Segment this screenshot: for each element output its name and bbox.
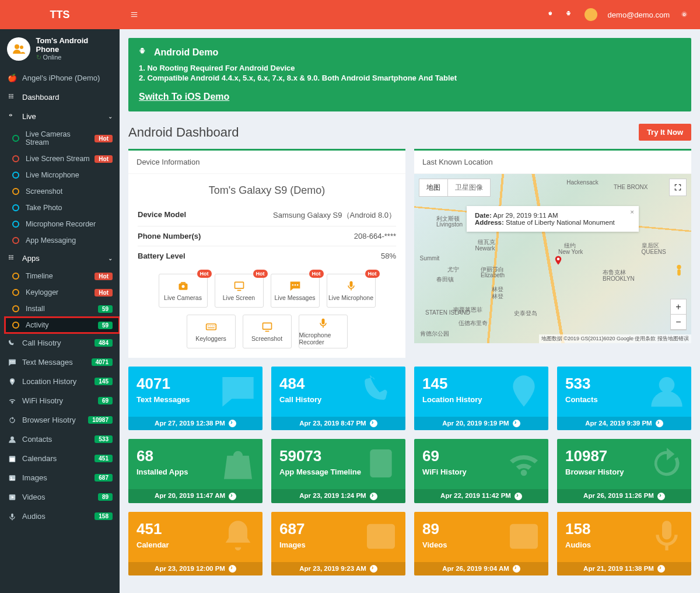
stat-footer[interactable]: Apr 20, 2019 9:19 PM — [414, 417, 548, 430]
map-label: 利文斯顿 — [436, 215, 460, 223]
sidebar-item[interactable]: Microphone Recorder — [5, 216, 120, 232]
stat-footer[interactable]: Apr 20, 2019 11:47 AM — [128, 489, 262, 503]
live-button-live cameras[interactable]: HotLive Cameras — [159, 274, 208, 308]
sidebar-item-wifi hisotry[interactable]: WiFi Hisotry69 — [0, 391, 120, 410]
sidebar-item-location history[interactable]: Location History145 — [0, 372, 120, 391]
badge: Hot — [94, 289, 113, 296]
stat-card-installed apps[interactable]: 68Installed AppsApr 20, 2019 11:47 AM — [128, 439, 262, 503]
stat-card-calendar[interactable]: 451CalendarApr 23, 2019 12:00 PM — [128, 512, 262, 575]
sidebar-item-videos[interactable]: Videos89 — [0, 487, 120, 507]
sidebar-dashboard[interactable]: Dashboard — [0, 88, 120, 107]
sidebar-demo-device[interactable]: 🍎Angel's iPhone (Demo) — [0, 68, 120, 88]
stat-footer[interactable]: Apr 26, 2019 11:26 PM — [557, 489, 691, 503]
stat-card-call history[interactable]: 484Call HistoryApr 23, 2019 8:47 PM — [271, 367, 405, 430]
sidebar-item[interactable]: KeyloggerHot — [5, 284, 120, 301]
sidebar-item-audios[interactable]: Audios158 — [0, 507, 120, 526]
pin-icon — [505, 372, 542, 410]
sidebar-item[interactable]: Live Cameras StreamHot — [5, 126, 120, 151]
stat-card-app message timeline[interactable]: 59073App Message TimelineApr 23, 2019 1:… — [271, 439, 405, 503]
sidebar-toggle[interactable] — [120, 11, 149, 19]
device-row: Battery Level58% — [138, 246, 396, 266]
sidebar-item[interactable]: Install59 — [5, 301, 120, 317]
android-icon[interactable] — [566, 11, 574, 19]
sidebar-item[interactable]: App Messaging — [5, 232, 120, 249]
sidebar-item[interactable]: TimelineHot — [5, 268, 120, 284]
stat-footer[interactable]: Apr 23, 2019 8:47 PM — [271, 417, 405, 430]
stat-card-browser history[interactable]: 10987Browser HistoryApr 26, 2019 11:26 P… — [557, 439, 691, 503]
eye-icon — [7, 113, 18, 120]
switch-demo-link[interactable]: Switch To iOS Demo — [139, 92, 229, 102]
pegman-icon[interactable] — [673, 261, 685, 279]
sidebar-item-contacts[interactable]: Contacts533 — [0, 430, 120, 449]
sidebar-item[interactable]: Live Microphone — [5, 167, 120, 183]
live-button-live microphone[interactable]: HotLive Microphone — [327, 274, 376, 308]
apple-icon[interactable] — [547, 11, 555, 19]
stat-card-images[interactable]: 687ImagesApr 23, 2019 9:23 AM — [271, 512, 405, 575]
live-button-screenshot[interactable]: Screenshot — [243, 315, 292, 348]
chat-icon — [219, 372, 257, 410]
arrow-icon — [370, 493, 377, 500]
map[interactable]: HackensackTHE BRONXLivingstonNewarkNew Y… — [414, 174, 691, 343]
map-type-tabs[interactable]: 地图卫星图像 — [419, 179, 491, 197]
hot-badge: Hot — [197, 270, 212, 278]
mic-icon — [648, 518, 685, 555]
image-icon — [7, 474, 18, 482]
arrow-icon — [657, 493, 665, 500]
zoom-out-button[interactable]: − — [671, 315, 686, 330]
stat-card-wifi history[interactable]: 69WiFi HistoryApr 22, 2019 11:42 PM — [414, 439, 548, 503]
stat-footer[interactable]: Apr 23, 2019 9:23 AM — [271, 562, 405, 575]
sidebar-item-text messages[interactable]: Text Messages4071 — [0, 353, 120, 372]
stat-card-audios[interactable]: 158AudiosApr 21, 2019 11:38 PM — [557, 512, 691, 575]
sidebar-item[interactable]: Activity59 — [5, 317, 120, 333]
user-email[interactable]: demo@demo.com — [608, 11, 670, 19]
map-label: 肯德尔公园 — [420, 330, 449, 338]
live-button-microphone recorder[interactable]: Microphone Recorder — [299, 315, 348, 348]
image-icon — [362, 518, 400, 555]
sidebar-item-images[interactable]: Images687 — [0, 468, 120, 487]
stat-footer[interactable]: Apr 22, 2019 11:42 PM — [414, 489, 548, 503]
avatar[interactable] — [584, 8, 597, 21]
sidebar-item-call hisotry[interactable]: Call Hisotry484 — [0, 333, 120, 353]
sidebar-apps[interactable]: Apps⌄ — [0, 249, 120, 268]
stat-card-text messages[interactable]: 4071Text MessagesApr 27, 2019 12:38 PM — [128, 367, 262, 430]
badge: 158 — [94, 512, 113, 520]
banner-line: 2. Compatible Android 4.4.x, 5.x, 6.x, 7… — [139, 74, 681, 82]
stat-footer[interactable]: Apr 23, 2019 1:24 PM — [271, 489, 405, 503]
stat-footer[interactable]: Apr 24, 2019 9:39 PM — [557, 417, 691, 430]
map-label: 林登 — [492, 285, 503, 294]
sidebar-item-browser hisotry[interactable]: Browser Hisotry10987 — [0, 410, 120, 430]
badge: 4071 — [92, 358, 113, 366]
stat-footer[interactable]: Apr 21, 2019 11:38 PM — [557, 562, 691, 575]
sidebar-item[interactable]: Screenshot — [5, 183, 120, 200]
logo: TTS — [0, 9, 120, 21]
user-panel: Tom's Android Phone Online — [0, 29, 120, 68]
audio-icon — [7, 512, 18, 521]
settings-icon[interactable] — [680, 11, 688, 19]
android-icon — [139, 47, 149, 58]
map-label: 纽瓦克 — [478, 238, 495, 246]
sidebar-item[interactable]: Take Photo — [5, 200, 120, 216]
stat-footer[interactable]: Apr 27, 2019 12:38 PM — [128, 417, 262, 430]
stat-card-contacts[interactable]: 533ContactsApr 24, 2019 9:39 PM — [557, 367, 691, 430]
map-attribution: 地图数据 ©2019 GS(2011)6020 Google 使用条款 报告地图… — [539, 334, 691, 343]
device-info-box: Device Information Tom's Galaxy S9 (Demo… — [128, 149, 405, 358]
fullscreen-button[interactable] — [669, 179, 687, 196]
live-button-live messages[interactable]: HotLive Messages — [271, 274, 320, 308]
topbar: TTS demo@demo.com — [0, 0, 700, 29]
stat-footer[interactable]: Apr 26, 2019 9:04 AM — [414, 562, 548, 575]
arrow-icon — [229, 565, 236, 573]
refresh-icon — [7, 416, 18, 424]
stat-footer[interactable]: Apr 23, 2019 12:00 PM — [128, 562, 262, 575]
try-it-button[interactable]: Try It Now — [639, 124, 691, 141]
zoom-in-button[interactable]: + — [671, 299, 686, 315]
live-button-keyloggers[interactable]: Keyloggers — [187, 315, 236, 348]
map-label: Hackensack — [566, 179, 598, 186]
close-icon[interactable]: × — [630, 208, 634, 215]
sidebar-item-calendars[interactable]: Calendars451 — [0, 449, 120, 468]
mic-icon — [345, 280, 357, 292]
sidebar-item[interactable]: Live Screen StreamHot — [5, 151, 120, 167]
stat-card-location history[interactable]: 145Location HistoryApr 20, 2019 9:19 PM — [414, 367, 548, 430]
stat-card-videos[interactable]: 89VideosApr 26, 2019 9:04 AM — [414, 512, 548, 575]
sidebar-live[interactable]: Live⌄ — [0, 107, 120, 126]
live-button-live screen[interactable]: HotLive Screen — [215, 274, 264, 308]
